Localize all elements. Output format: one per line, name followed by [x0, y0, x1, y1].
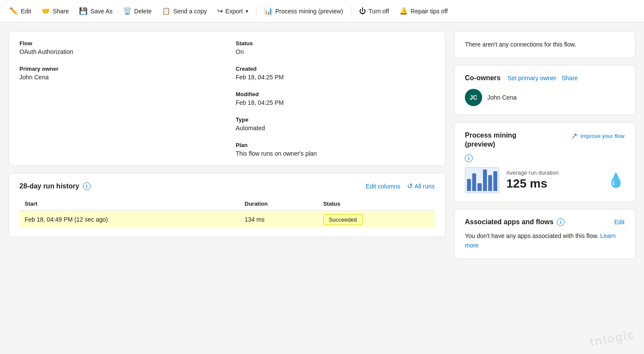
- drop-icon: 💧: [607, 172, 625, 188]
- connections-card: There aren't any connections for this fl…: [454, 31, 635, 58]
- flow-label: Flow: [19, 40, 218, 47]
- pm-chart: [465, 167, 499, 193]
- set-primary-owner-label: Set primary owner: [508, 75, 557, 81]
- chart-bar: [488, 175, 492, 191]
- pm-stats-container: Average run duration 125 ms 💧: [506, 169, 625, 191]
- assoc-title: Associated apps and flows: [465, 218, 553, 226]
- all-runs-refresh-icon: ↺: [407, 182, 413, 190]
- pm-improve: ↗ Improve your flow: [571, 131, 625, 141]
- chart-bar: [467, 179, 471, 191]
- created-group: Created Feb 18, 04:25 PM: [236, 66, 435, 81]
- type-value: Automated: [236, 125, 435, 132]
- created-value: Feb 18, 04:25 PM: [236, 74, 435, 81]
- run-status-cell: Succeeded: [318, 211, 435, 229]
- coowners-links: Set primary owner Share: [508, 75, 578, 81]
- edit-button[interactable]: ✏️ Edit: [5, 4, 35, 18]
- assoc-header: Associated apps and flows i Edit: [465, 218, 625, 226]
- pm-stats: Average run duration 125 ms: [506, 169, 604, 191]
- primary-owner-label: Primary owner: [19, 66, 218, 72]
- pm-title-line2: (preview): [465, 141, 495, 148]
- process-mining-card: Process mining (preview) ↗ Improve your …: [454, 122, 635, 202]
- col-start: Start: [19, 197, 240, 211]
- pm-content: Average run duration 125 ms 💧: [465, 167, 625, 193]
- assoc-edit-label: Edit: [614, 219, 625, 226]
- edit-columns-label: Edit columns: [366, 183, 400, 190]
- chart-bar: [472, 173, 476, 191]
- no-connections-text: There aren't any connections for this fl…: [465, 40, 625, 49]
- flow-info-grid: Flow OAuth Authorization Status On Prima…: [19, 40, 435, 157]
- plan-group: Plan This flow runs on owner's plan: [236, 142, 435, 157]
- send-copy-label: Send a copy: [173, 8, 207, 15]
- delete-icon: 🗑️: [123, 7, 132, 15]
- avatar: JC: [465, 89, 482, 106]
- all-runs-button[interactable]: ↺ All runs: [407, 182, 435, 190]
- status-group: Status On: [236, 40, 435, 55]
- edit-icon: ✏️: [9, 7, 18, 15]
- set-primary-owner-button[interactable]: Set primary owner: [508, 75, 557, 81]
- run-history-actions: Edit columns ↺ All runs: [366, 182, 435, 190]
- status-value: On: [236, 48, 435, 55]
- export-button[interactable]: ↪ Export ▾: [213, 4, 252, 18]
- save-as-button[interactable]: 💾 Save As: [75, 4, 117, 18]
- modified-group: Modified Feb 18, 04:25 PM: [236, 91, 435, 106]
- pm-title: Process mining (preview): [465, 131, 516, 149]
- flow-info-card: Flow OAuth Authorization Status On Prima…: [9, 31, 445, 166]
- run-table: Start Duration Status Feb 18, 04:49 PM (…: [19, 197, 435, 228]
- coowners-share-button[interactable]: Share: [562, 75, 578, 81]
- chart-bar: [477, 183, 481, 191]
- coowners-title: Co-owners: [465, 74, 501, 82]
- separator2: [351, 6, 351, 16]
- share-icon: 🤝: [41, 7, 50, 15]
- run-history-title-text: 28-day run history: [19, 182, 79, 190]
- type-label: Type: [236, 116, 435, 123]
- col-status: Status: [318, 197, 435, 211]
- assoc-info-icon[interactable]: i: [557, 218, 565, 226]
- repair-tips-button[interactable]: 🔔 Repair tips off: [395, 4, 452, 18]
- export-label: Export: [225, 8, 243, 15]
- send-copy-icon: 📋: [162, 7, 170, 15]
- turn-off-label: Turn off: [369, 8, 389, 15]
- save-as-icon: 💾: [79, 7, 88, 15]
- edit-columns-button[interactable]: Edit columns: [366, 183, 400, 190]
- pm-duration-label: Average run duration: [506, 169, 604, 176]
- table-row[interactable]: Feb 18, 04:49 PM (12 sec ago)134 msSucce…: [19, 211, 435, 229]
- repair-tips-icon: 🔔: [399, 7, 408, 15]
- pm-info-icon[interactable]: i: [465, 154, 473, 162]
- share-label: Share: [53, 8, 69, 15]
- pm-info-row: i: [465, 154, 625, 162]
- all-runs-label: All runs: [414, 183, 435, 190]
- run-history-body: Feb 18, 04:49 PM (12 sec ago)134 msSucce…: [19, 211, 435, 229]
- plan-label: Plan: [236, 142, 435, 148]
- modified-value: Feb 18, 04:25 PM: [236, 99, 435, 106]
- process-mining-icon: 📊: [264, 7, 273, 15]
- pm-duration-value: 125 ms: [506, 177, 604, 191]
- coowner-item: JC John Cena: [465, 89, 625, 106]
- edit-label: Edit: [21, 8, 31, 15]
- assoc-content: You don't have any apps associated with …: [465, 231, 625, 251]
- delete-button[interactable]: 🗑️ Delete: [119, 4, 156, 18]
- assoc-edit-button[interactable]: Edit: [614, 219, 625, 226]
- share-button[interactable]: 🤝 Share: [37, 4, 73, 18]
- toolbar: ✏️ Edit 🤝 Share 💾 Save As 🗑️ Delete 📋 Se…: [0, 0, 644, 22]
- process-mining-button[interactable]: 📊 Process mining (preview): [260, 4, 347, 18]
- repair-tips-label: Repair tips off: [410, 8, 448, 15]
- chart-bar: [483, 169, 487, 191]
- save-as-label: Save As: [90, 8, 112, 15]
- export-chevron-icon: ▾: [246, 8, 248, 14]
- primary-owner-value: John Cena: [19, 74, 218, 81]
- run-history-info-icon[interactable]: i: [83, 182, 91, 190]
- chart-bar: [493, 171, 497, 191]
- flow-value: OAuth Authorization: [19, 48, 218, 55]
- assoc-no-apps-text: You don't have any apps associated with …: [465, 232, 599, 239]
- assoc-header-left: Associated apps and flows i: [465, 218, 565, 226]
- run-start-cell: Feb 18, 04:49 PM (12 sec ago): [19, 211, 240, 229]
- plan-value: This flow runs on owner's plan: [236, 150, 435, 157]
- coowners-card: Co-owners Set primary owner Share JC Joh…: [454, 65, 635, 115]
- coowners-share-label: Share: [562, 75, 578, 81]
- delete-label: Delete: [134, 8, 152, 15]
- send-copy-button[interactable]: 📋 Send a copy: [158, 4, 211, 18]
- turn-off-button[interactable]: ⏻ Turn off: [355, 5, 393, 18]
- external-link-icon: ↗: [571, 131, 578, 141]
- pm-title-line1: Process mining: [465, 132, 516, 139]
- process-mining-label: Process mining (preview): [275, 8, 343, 15]
